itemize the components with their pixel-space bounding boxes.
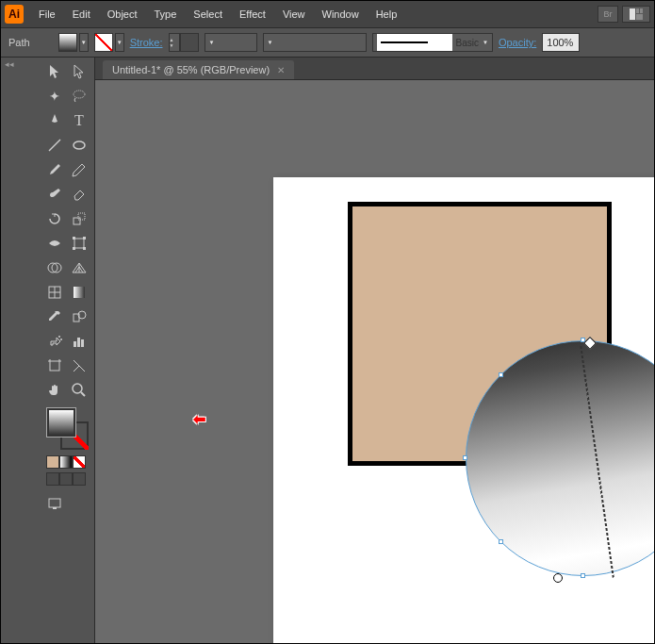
menu-help[interactable]: Help bbox=[368, 5, 405, 24]
fill-dropdown[interactable]: ▼ bbox=[79, 33, 89, 52]
svg-rect-10 bbox=[73, 237, 75, 239]
svg-rect-0 bbox=[630, 8, 635, 20]
svg-rect-35 bbox=[53, 507, 57, 509]
stroke-weight-label[interactable]: Stroke: bbox=[130, 37, 163, 48]
lasso-tool-icon[interactable] bbox=[67, 84, 91, 108]
fill-stroke-indicator[interactable] bbox=[47, 408, 89, 450]
svg-rect-34 bbox=[49, 499, 60, 507]
none-mode-button[interactable] bbox=[73, 455, 86, 469]
svg-point-6 bbox=[74, 141, 85, 149]
zoom-tool-icon[interactable] bbox=[67, 378, 91, 403]
width-tool-icon[interactable] bbox=[42, 231, 67, 256]
svg-rect-12 bbox=[73, 247, 75, 250]
selection-handle[interactable] bbox=[499, 372, 503, 377]
line-tool-icon[interactable] bbox=[42, 133, 67, 157]
svg-point-22 bbox=[58, 336, 60, 338]
stroke-swatch[interactable] bbox=[94, 33, 113, 52]
menu-select[interactable]: Select bbox=[186, 5, 230, 24]
mesh-tool-icon[interactable] bbox=[42, 280, 67, 305]
svg-rect-11 bbox=[83, 237, 86, 239]
screen-mode-button[interactable] bbox=[42, 491, 67, 516]
svg-rect-19 bbox=[74, 287, 85, 298]
brush-preset-dropdown[interactable]: Basic ▼ bbox=[372, 33, 493, 52]
selection-handle[interactable] bbox=[463, 455, 467, 460]
menu-bar: File Edit Object Type Select Effect View… bbox=[31, 5, 404, 24]
fill-swatch[interactable] bbox=[58, 33, 77, 52]
slice-tool-icon[interactable] bbox=[67, 354, 91, 378]
layout-arrange-button[interactable] bbox=[622, 6, 650, 23]
title-bar: Ai File Edit Object Type Select Effect V… bbox=[1, 1, 654, 27]
svg-rect-13 bbox=[83, 247, 86, 250]
fill-color-box[interactable] bbox=[47, 408, 75, 437]
shape-builder-tool-icon[interactable] bbox=[42, 256, 67, 280]
color-mode-button[interactable] bbox=[46, 455, 59, 469]
brush-name-label: Basic bbox=[456, 38, 479, 48]
svg-rect-27 bbox=[50, 361, 59, 371]
bridge-button[interactable]: Br bbox=[598, 6, 618, 23]
blend-tool-icon[interactable] bbox=[67, 305, 91, 329]
close-tab-icon[interactable]: ✕ bbox=[277, 65, 285, 75]
svg-rect-8 bbox=[78, 213, 85, 220]
pen-tool-icon[interactable] bbox=[42, 108, 67, 133]
selection-handle[interactable] bbox=[499, 539, 503, 544]
svg-line-5 bbox=[49, 140, 60, 151]
type-tool-icon[interactable]: T bbox=[67, 108, 91, 133]
menu-window[interactable]: Window bbox=[315, 5, 367, 24]
menu-view[interactable]: View bbox=[275, 5, 313, 24]
rotate-tool-icon[interactable] bbox=[42, 206, 67, 231]
menu-effect[interactable]: Effect bbox=[232, 5, 273, 24]
draw-behind-button[interactable] bbox=[59, 472, 73, 486]
svg-point-23 bbox=[60, 339, 62, 340]
document-tab-title: Untitled-1* @ 55% (RGB/Preview) bbox=[112, 64, 270, 75]
gradient-tool-icon[interactable] bbox=[67, 280, 91, 305]
svg-rect-26 bbox=[81, 339, 84, 347]
svg-point-32 bbox=[73, 384, 82, 393]
eyedropper-tool-icon[interactable] bbox=[42, 305, 67, 329]
gradient-mode-button[interactable] bbox=[59, 455, 73, 469]
shape-tool-icon[interactable] bbox=[67, 133, 91, 157]
artboard-tool-icon[interactable] bbox=[42, 354, 67, 378]
document-tab[interactable]: Untitled-1* @ 55% (RGB/Preview) ✕ bbox=[103, 60, 294, 79]
svg-point-4 bbox=[74, 91, 85, 98]
svg-line-33 bbox=[81, 392, 85, 396]
document-tab-bar: Untitled-1* @ 55% (RGB/Preview) ✕ bbox=[95, 58, 654, 80]
svg-rect-25 bbox=[77, 338, 80, 347]
scale-tool-icon[interactable] bbox=[67, 206, 91, 231]
canvas-viewport[interactable]: ⬅ bbox=[95, 80, 654, 643]
svg-rect-9 bbox=[74, 239, 84, 248]
pencil-tool-icon[interactable] bbox=[67, 157, 91, 182]
menu-edit[interactable]: Edit bbox=[65, 5, 98, 24]
toolbox: ✦ T bbox=[41, 58, 95, 643]
brush-definition-dropdown[interactable]: ▼ bbox=[263, 33, 367, 52]
collapsed-panel-dock[interactable]: ◂◂ bbox=[1, 58, 41, 643]
control-panel: Path ▼ ▼ Stroke: ▲▼ ▼ ▼ Basic ▼ Opacity:… bbox=[1, 27, 654, 58]
menu-type[interactable]: Type bbox=[147, 5, 185, 24]
gradient-end-handle[interactable] bbox=[553, 573, 563, 583]
magic-wand-tool-icon[interactable]: ✦ bbox=[42, 84, 67, 108]
selection-handle[interactable] bbox=[581, 573, 585, 578]
eraser-tool-icon[interactable] bbox=[67, 182, 91, 206]
svg-rect-3 bbox=[636, 14, 643, 20]
hand-tool-icon[interactable] bbox=[42, 378, 67, 403]
menu-object[interactable]: Object bbox=[100, 5, 145, 24]
column-graph-tool-icon[interactable] bbox=[67, 329, 91, 354]
blob-brush-tool-icon[interactable] bbox=[42, 182, 67, 206]
stroke-weight-stepper[interactable]: ▲▼ bbox=[169, 33, 199, 52]
draw-normal-button[interactable] bbox=[46, 472, 59, 486]
selection-tool-icon[interactable] bbox=[42, 59, 67, 84]
direct-selection-tool-icon[interactable] bbox=[67, 59, 91, 84]
var-width-profile-dropdown[interactable]: ▼ bbox=[205, 33, 257, 52]
opacity-label[interactable]: Opacity: bbox=[499, 37, 536, 48]
stroke-dropdown[interactable]: ▼ bbox=[115, 33, 124, 52]
menu-file[interactable]: File bbox=[31, 5, 63, 24]
free-transform-tool-icon[interactable] bbox=[67, 231, 91, 256]
perspective-grid-tool-icon[interactable] bbox=[67, 256, 91, 280]
paintbrush-tool-icon[interactable] bbox=[42, 157, 67, 182]
draw-inside-button[interactable] bbox=[73, 472, 86, 486]
symbol-sprayer-tool-icon[interactable] bbox=[42, 329, 67, 354]
expand-panel-icon[interactable]: ◂◂ bbox=[1, 58, 41, 73]
opacity-input[interactable]: 100% bbox=[542, 33, 580, 52]
svg-rect-24 bbox=[74, 341, 76, 347]
annotation-arrow-icon: ⬅ bbox=[193, 410, 205, 428]
svg-rect-7 bbox=[74, 218, 80, 224]
